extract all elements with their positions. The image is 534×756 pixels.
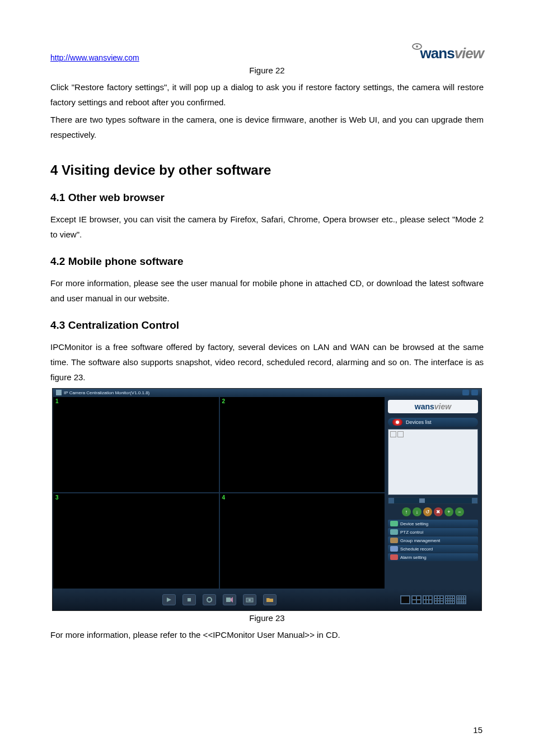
figure-23-caption: Figure 23 [50, 613, 484, 623]
ptz-button-2[interactable]: ↺ [423, 507, 432, 516]
play-icon[interactable] [162, 594, 176, 605]
layout-9-button[interactable] [434, 595, 444, 604]
scrollbar[interactable] [388, 497, 478, 504]
scroll-right-icon[interactable] [472, 498, 477, 503]
svg-rect-1 [188, 598, 191, 601]
ipcmonitor-screenshot: IP Camera Centralization Monitor(V1.0.1.… [52, 388, 482, 611]
layout-4-button[interactable] [411, 595, 421, 604]
header-link[interactable]: http://www.wansview.com [50, 53, 139, 62]
app-title: IP Camera Centralization Monitor(V1.0.1.… [64, 390, 149, 395]
brand-logo: wansview [412, 45, 484, 62]
accordion-label: Schedule record [400, 547, 433, 552]
svg-point-6 [249, 599, 251, 601]
section-4-2-heading: 4.2 Mobile phone software [50, 255, 484, 268]
figure-22-caption: Figure 22 [50, 66, 484, 75]
paragraph-firmware: There are two types software in the came… [50, 112, 484, 142]
record-icon[interactable] [223, 594, 236, 605]
video-cell-3[interactable]: 3 [53, 493, 219, 589]
accordion-label: Alarm setting [400, 555, 427, 560]
para-after-fig23: For more information, please refer to th… [50, 627, 484, 642]
video-cell-1[interactable]: 1 [53, 396, 219, 493]
ptz-button-1[interactable]: ↓ [413, 507, 421, 516]
svg-marker-0 [167, 598, 171, 602]
layout-1-button[interactable] [400, 595, 410, 604]
eye-icon [412, 43, 422, 50]
scroll-left-icon[interactable] [388, 498, 394, 503]
accordion-alarm-setting[interactable]: Alarm setting [388, 553, 478, 561]
accordion-icon [390, 554, 398, 560]
svg-marker-4 [231, 597, 233, 603]
paragraph-restore: Click "Restore factory settings", it wil… [50, 80, 484, 110]
sidebar-accordion: Device settingPTZ controlGroup managemen… [388, 520, 478, 561]
accordion-icon [390, 546, 398, 552]
app-sidebar: wansview Devices list ↑↓↺✖+− Device sett… [385, 396, 481, 589]
para-4-2: For more information, please see the use… [50, 276, 484, 306]
ptz-button-4[interactable]: + [444, 507, 453, 516]
video-grid: 1 2 3 4 [53, 396, 386, 589]
minimize-button[interactable] [462, 390, 469, 395]
bottom-toolbar [53, 589, 386, 610]
section-4-3-heading: 4.3 Centralization Control [50, 319, 484, 332]
section-4-heading: 4 Visiting device by other software [50, 162, 484, 178]
ptz-button-row: ↑↓↺✖+− [388, 507, 478, 516]
devices-tree[interactable] [388, 429, 478, 495]
tree-node-icon [390, 431, 396, 437]
sidebar-logo: wansview [388, 400, 478, 413]
scroll-thumb[interactable] [419, 498, 425, 503]
settings-icon[interactable] [203, 594, 216, 605]
tree-node-icon [397, 431, 404, 437]
svg-point-2 [207, 598, 212, 602]
layout-16-button[interactable] [456, 595, 466, 604]
accordion-device-setting[interactable]: Device setting [388, 520, 478, 528]
accordion-icon [390, 521, 398, 526]
stop-icon[interactable] [182, 594, 196, 605]
layout-12-button[interactable] [445, 595, 455, 604]
para-4-3: IPCMonitor is a free software offered by… [50, 339, 484, 385]
accordion-label: Group management [400, 538, 440, 543]
ptz-button-3[interactable]: ✖ [434, 507, 443, 516]
accordion-schedule-record[interactable]: Schedule record [388, 545, 478, 553]
video-cell-2[interactable]: 2 [219, 396, 386, 493]
layout-toolbar [385, 589, 481, 610]
folder-icon[interactable] [263, 594, 277, 605]
camera-icon [392, 419, 402, 426]
accordion-label: Device setting [400, 521, 428, 526]
video-cell-4[interactable]: 4 [219, 493, 386, 589]
para-4-1: Except IE browser, you can visit the cam… [50, 212, 484, 242]
accordion-icon [390, 529, 398, 535]
accordion-icon [390, 538, 398, 543]
devices-list-header[interactable]: Devices list [388, 418, 478, 427]
svg-rect-3 [226, 598, 231, 602]
ptz-button-0[interactable]: ↑ [402, 507, 411, 516]
snapshot-icon[interactable] [243, 594, 256, 605]
page-number: 15 [473, 725, 483, 735]
section-4-1-heading: 4.1 Other web browser [50, 192, 484, 204]
ptz-button-5[interactable]: − [455, 507, 464, 516]
accordion-label: PTZ control [400, 530, 423, 535]
app-titlebar: IP Camera Centralization Monitor(V1.0.1.… [53, 389, 481, 396]
close-button[interactable] [471, 390, 478, 395]
app-icon [56, 390, 62, 395]
accordion-group-management[interactable]: Group management [388, 536, 478, 544]
layout-6-button[interactable] [423, 595, 433, 604]
accordion-ptz-control[interactable]: PTZ control [388, 528, 478, 536]
